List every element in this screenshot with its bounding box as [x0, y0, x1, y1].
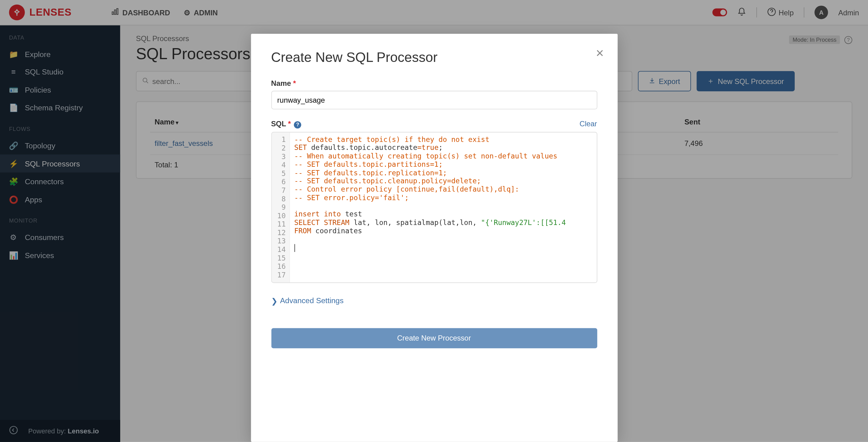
sql-help-icon[interactable]: ?	[294, 121, 302, 128]
advanced-settings-toggle[interactable]: ❯ Advanced Settings	[271, 296, 597, 305]
close-icon[interactable]: ×	[596, 45, 604, 61]
modal-title: Create New SQL Processor	[271, 50, 597, 65]
create-processor-submit-button[interactable]: Create New Processor	[271, 328, 597, 348]
editor-gutter: 1234567891011121314151617	[272, 132, 289, 282]
chevron-right-icon: ❯	[271, 296, 278, 305]
sql-label: SQL * ?	[271, 120, 302, 129]
editor-content[interactable]: -- Create target topic(s) if they do not…	[289, 132, 596, 282]
sql-editor[interactable]: 1234567891011121314151617 -- Create targ…	[271, 132, 597, 283]
name-label: Name *	[271, 79, 597, 88]
name-input[interactable]	[271, 91, 597, 109]
modal-overlay[interactable]: × Create New SQL Processor Name * SQL * …	[0, 0, 868, 442]
create-processor-modal: × Create New SQL Processor Name * SQL * …	[251, 34, 617, 442]
clear-link[interactable]: Clear	[579, 120, 597, 128]
